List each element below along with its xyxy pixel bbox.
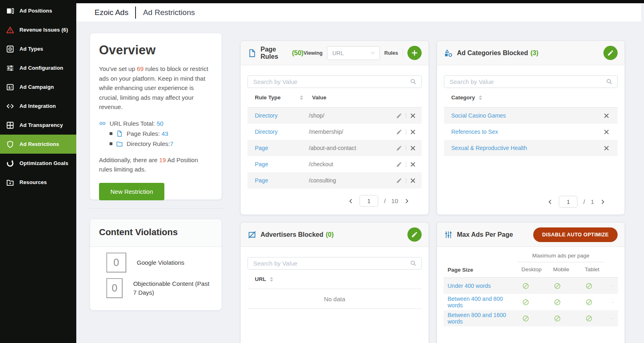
sidebar-item-label: Ad Restrictions bbox=[19, 141, 59, 147]
edit-icon[interactable] bbox=[396, 129, 402, 135]
auto-optimize-icon bbox=[522, 283, 529, 289]
sidebar-item-revenue-issues[interactable]: Revenue Issues (6) bbox=[0, 20, 76, 39]
bullet-square-icon bbox=[110, 142, 112, 145]
next-page-icon[interactable] bbox=[404, 198, 409, 204]
sidebar-item-ad-integration[interactable]: Ad Integration bbox=[0, 96, 76, 116]
sidebar-item-ad-campaign[interactable]: Ad Campaign bbox=[0, 77, 76, 96]
sort-icon[interactable] bbox=[270, 277, 273, 282]
delete-icon[interactable] bbox=[410, 178, 416, 184]
search-icon bbox=[410, 260, 417, 267]
next-page-icon[interactable] bbox=[600, 199, 605, 205]
rule-value: /membership/ bbox=[309, 129, 396, 135]
sidebar-item-optimization-goals[interactable]: Optimization Goals bbox=[0, 154, 76, 173]
sidebar-item-ad-restrictions[interactable]: Ad Restrictions bbox=[0, 135, 76, 154]
left-column-divider bbox=[89, 208, 224, 209]
auto-optimize-icon bbox=[554, 299, 561, 306]
rule-value: /shop/ bbox=[309, 112, 396, 119]
edit-icon[interactable] bbox=[612, 315, 618, 322]
page-size-link[interactable]: Between 800 and 1600 words bbox=[444, 312, 516, 325]
resources-folder-icon bbox=[6, 178, 14, 187]
breadcrumb-brand[interactable]: Ezoic Ads bbox=[95, 8, 128, 17]
edit-icon[interactable] bbox=[612, 283, 618, 289]
ad-configuration-icon bbox=[6, 64, 14, 72]
total-pages: 10 bbox=[391, 197, 398, 204]
edit-categories-button[interactable] bbox=[603, 46, 618, 60]
category-link[interactable]: Sexual & Reproductive Health bbox=[451, 145, 527, 151]
page-size-link[interactable]: Between 400 and 800 words bbox=[444, 296, 516, 309]
page-number-input[interactable] bbox=[559, 196, 577, 208]
search-input[interactable] bbox=[248, 76, 421, 88]
column-header-value: Value bbox=[312, 94, 326, 101]
revenue-issues-alert-icon bbox=[6, 26, 14, 34]
search-icon bbox=[606, 78, 613, 85]
rule-type-link[interactable]: Directory bbox=[255, 129, 278, 135]
page-rules-pagination: / 10 bbox=[248, 195, 422, 207]
delete-icon[interactable] bbox=[603, 145, 610, 151]
delete-icon[interactable] bbox=[410, 145, 416, 151]
delete-icon[interactable] bbox=[603, 129, 610, 135]
controls-divider bbox=[403, 49, 403, 58]
auto-optimize-icon bbox=[586, 315, 592, 322]
sidebar-item-ad-positions[interactable]: Ad Positions bbox=[0, 1, 76, 20]
rule-type-link[interactable]: Page bbox=[255, 177, 268, 184]
add-rule-button[interactable] bbox=[407, 46, 422, 60]
auto-optimize-icon bbox=[554, 283, 561, 289]
new-restriction-button[interactable]: New Restriction bbox=[99, 183, 164, 200]
sort-icon[interactable] bbox=[300, 95, 303, 100]
disable-auto-optimize-button[interactable]: DISABLE AUTO OPTIMIZE bbox=[533, 227, 618, 242]
delete-icon[interactable] bbox=[410, 129, 416, 135]
page-number-input[interactable] bbox=[360, 195, 378, 207]
advertisers-blocked-count: (0) bbox=[326, 231, 334, 238]
ad-categories-title: Ad Categories Blocked bbox=[457, 49, 528, 57]
overview-additional: Additionally, there are 19 Ad Position r… bbox=[99, 155, 213, 174]
sliders-icon bbox=[444, 230, 453, 239]
sidebar-item-ad-types[interactable]: Ad Types bbox=[0, 39, 76, 58]
auto-optimize-icon bbox=[522, 315, 529, 322]
edit-icon[interactable] bbox=[612, 299, 618, 305]
rule-type-link[interactable]: Page bbox=[255, 161, 268, 167]
search-input[interactable] bbox=[444, 76, 617, 88]
column-header-rule-type[interactable]: Rule Type bbox=[248, 94, 296, 101]
viewing-select[interactable]: URL bbox=[327, 46, 380, 60]
directory-rules-value: 7 bbox=[170, 140, 173, 147]
content-violations-panel: Content Violations 0 Google Violations 0… bbox=[90, 219, 222, 310]
pagination-separator: / bbox=[583, 198, 585, 205]
sidebar-item-label: Ad Transparency bbox=[19, 122, 63, 128]
edit-icon[interactable] bbox=[396, 161, 402, 167]
folder-icon bbox=[116, 140, 123, 147]
rule-type-link[interactable]: Directory bbox=[255, 112, 278, 119]
delete-icon[interactable] bbox=[410, 161, 416, 167]
google-violations-label: Google Violations bbox=[137, 258, 184, 267]
prev-page-icon[interactable] bbox=[547, 199, 553, 205]
viewing-select-value: URL bbox=[332, 50, 370, 56]
sidebar-item-resources[interactable]: Resources bbox=[0, 173, 76, 192]
edit-icon[interactable] bbox=[396, 178, 402, 184]
group-header: Maximum ads per page bbox=[516, 253, 606, 262]
table-row: Directory /membership/ bbox=[248, 124, 422, 140]
edit-advertisers-button[interactable] bbox=[407, 227, 422, 242]
rule-type-link[interactable]: Page bbox=[255, 145, 268, 151]
page-rules-title: Page Rules bbox=[261, 46, 289, 60]
sidebar-item-ad-configuration[interactable]: Ad Configuration bbox=[0, 58, 76, 77]
auto-optimize-icon bbox=[586, 283, 592, 289]
page-rules-value: 43 bbox=[162, 130, 168, 137]
column-header-category[interactable]: Category bbox=[444, 94, 475, 101]
sort-icon[interactable] bbox=[479, 95, 482, 100]
sidebar-item-label: Ad Positions bbox=[19, 8, 52, 14]
search-input[interactable] bbox=[248, 257, 421, 269]
ad-transparency-icon bbox=[6, 121, 14, 129]
sidebar-item-label: Optimization Goals bbox=[19, 160, 68, 166]
edit-icon[interactable] bbox=[396, 113, 402, 119]
column-header-url[interactable]: URL bbox=[248, 276, 266, 282]
page-size-link[interactable]: Under 400 words bbox=[444, 283, 516, 289]
edit-icon[interactable] bbox=[396, 145, 402, 151]
category-link[interactable]: Social Casino Games bbox=[451, 112, 506, 119]
delete-icon[interactable] bbox=[603, 113, 610, 119]
page-rules-panel: Page Rules (50) Viewing URL Rules Rule T… bbox=[240, 41, 429, 215]
shapes-icon bbox=[444, 49, 453, 58]
category-link[interactable]: References to Sex bbox=[451, 129, 498, 135]
delete-icon[interactable] bbox=[410, 113, 416, 119]
prev-page-icon[interactable] bbox=[348, 198, 354, 204]
sidebar-item-ad-transparency[interactable]: Ad Transparency bbox=[0, 116, 76, 135]
chevron-down-icon bbox=[370, 50, 375, 56]
